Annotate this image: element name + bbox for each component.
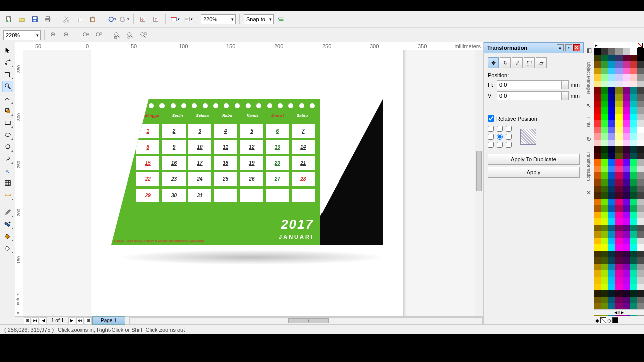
color-swatch[interactable]: [615, 87, 622, 94]
color-swatch[interactable]: [630, 127, 637, 133]
tab-icon[interactable]: ◧: [585, 45, 593, 56]
color-swatch[interactable]: [630, 61, 637, 68]
color-swatch[interactable]: [623, 264, 630, 270]
color-swatch[interactable]: [594, 284, 601, 290]
color-swatch[interactable]: [608, 140, 615, 146]
color-swatch[interactable]: [594, 61, 601, 68]
h-input[interactable]: 0,0: [497, 80, 569, 89]
interactive-fill-tool[interactable]: [2, 243, 13, 254]
color-swatch[interactable]: [623, 179, 630, 186]
color-swatch[interactable]: [623, 284, 630, 290]
color-swatch[interactable]: [608, 179, 615, 186]
color-swatch[interactable]: [615, 264, 622, 270]
color-swatch[interactable]: [630, 225, 637, 231]
trans-position-tab[interactable]: ✥: [488, 57, 499, 68]
color-swatch[interactable]: [623, 153, 630, 159]
new-button[interactable]: [3, 14, 14, 25]
color-swatch[interactable]: [630, 199, 637, 205]
docker-minimize-button[interactable]: ▫: [565, 44, 572, 51]
color-swatch[interactable]: [608, 114, 615, 120]
color-swatch[interactable]: [623, 212, 630, 218]
color-swatch[interactable]: [601, 290, 608, 297]
copy-button[interactable]: [74, 14, 85, 25]
color-swatch[interactable]: [601, 74, 608, 81]
color-swatch[interactable]: [601, 166, 608, 172]
color-swatch[interactable]: [601, 251, 608, 257]
color-swatch[interactable]: [594, 199, 601, 205]
paste-button[interactable]: [87, 14, 98, 25]
color-swatch[interactable]: [608, 101, 615, 107]
trans-scale-tab[interactable]: ⤢: [512, 57, 523, 68]
color-swatch[interactable]: [601, 61, 608, 68]
color-swatch[interactable]: [630, 68, 637, 74]
color-swatch[interactable]: [637, 48, 644, 55]
color-swatch[interactable]: [630, 270, 637, 277]
zoom-main-select[interactable]: 220%: [201, 14, 236, 24]
color-swatch[interactable]: [615, 61, 622, 68]
zoom-all-button[interactable]: [93, 30, 104, 41]
color-swatch[interactable]: [608, 146, 615, 153]
text-tool[interactable]: A: [2, 165, 13, 176]
color-swatch[interactable]: [623, 55, 630, 61]
first-page-button[interactable]: ⏮: [32, 317, 39, 324]
color-swatch[interactable]: [615, 270, 622, 277]
color-swatch[interactable]: [623, 114, 630, 120]
color-swatch[interactable]: [594, 159, 601, 166]
color-swatch[interactable]: [615, 257, 622, 264]
color-swatch[interactable]: [608, 284, 615, 290]
color-swatch[interactable]: [637, 74, 644, 81]
color-swatch[interactable]: [608, 133, 615, 140]
color-swatch[interactable]: [637, 186, 644, 192]
outline-tool[interactable]: [2, 219, 13, 230]
color-swatch[interactable]: [594, 270, 601, 277]
color-swatch[interactable]: [630, 179, 637, 186]
color-swatch[interactable]: [637, 218, 644, 225]
color-swatch[interactable]: [623, 192, 630, 199]
color-swatch[interactable]: [601, 284, 608, 290]
color-swatch[interactable]: [608, 172, 615, 179]
color-swatch[interactable]: [601, 270, 608, 277]
color-swatch[interactable]: [615, 238, 622, 244]
add-page-after-button[interactable]: ⊞: [85, 317, 92, 324]
color-swatch[interactable]: [615, 146, 622, 153]
color-swatch[interactable]: [615, 231, 622, 238]
color-swatch[interactable]: [637, 94, 644, 101]
color-swatch[interactable]: [594, 257, 601, 264]
color-swatch[interactable]: [623, 74, 630, 81]
color-swatch[interactable]: [623, 251, 630, 257]
color-swatch[interactable]: [615, 55, 622, 61]
color-swatch[interactable]: [637, 68, 644, 74]
color-swatch[interactable]: [623, 94, 630, 101]
color-swatch[interactable]: [630, 212, 637, 218]
color-swatch[interactable]: [608, 251, 615, 257]
color-swatch[interactable]: [608, 270, 615, 277]
color-swatch[interactable]: [615, 68, 622, 74]
color-swatch[interactable]: [608, 231, 615, 238]
color-swatch[interactable]: [630, 172, 637, 179]
color-swatch[interactable]: [630, 297, 637, 303]
color-swatch[interactable]: [615, 140, 622, 146]
color-swatch[interactable]: [594, 264, 601, 270]
color-swatch[interactable]: [623, 297, 630, 303]
color-swatch[interactable]: [594, 55, 601, 61]
color-swatch[interactable]: [601, 186, 608, 192]
color-swatch[interactable]: [608, 94, 615, 101]
color-swatch[interactable]: [601, 133, 608, 140]
color-swatch[interactable]: [601, 257, 608, 264]
color-swatch[interactable]: [630, 284, 637, 290]
origin-grid[interactable]: [488, 126, 513, 148]
rectangle-tool[interactable]: [2, 117, 13, 128]
page-tab[interactable]: Page 1: [92, 316, 125, 325]
color-swatch[interactable]: [601, 212, 608, 218]
color-swatch[interactable]: [594, 244, 601, 251]
color-swatch[interactable]: [601, 81, 608, 87]
color-swatch[interactable]: [615, 74, 622, 81]
color-swatch[interactable]: [608, 238, 615, 244]
color-swatch[interactable]: [601, 114, 608, 120]
color-swatch[interactable]: [608, 166, 615, 172]
color-swatch[interactable]: [608, 55, 615, 61]
color-swatch[interactable]: [601, 107, 608, 114]
scrollbar-vertical[interactable]: [475, 50, 483, 316]
color-swatch[interactable]: [601, 297, 608, 303]
color-swatch[interactable]: [601, 120, 608, 127]
